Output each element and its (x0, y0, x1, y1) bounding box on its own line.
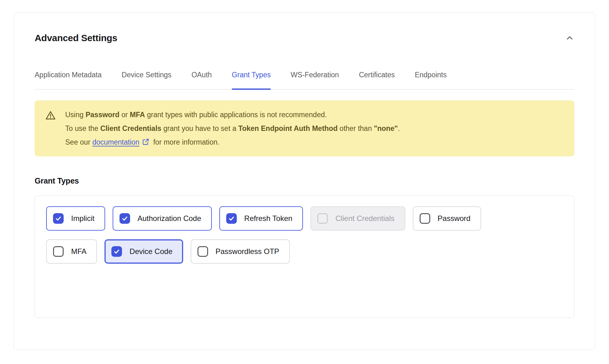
tab-certificates[interactable]: Certificates (359, 71, 395, 89)
checkbox-checked[interactable] (119, 213, 130, 224)
documentation-link[interactable]: documentation (92, 138, 139, 146)
check-icon (228, 215, 235, 222)
grant-type-label: Refresh Token (244, 214, 292, 223)
tab-device-settings[interactable]: Device Settings (122, 71, 172, 89)
warning-text-bold: "none" (374, 124, 398, 132)
grant-type-password[interactable]: Password (413, 206, 481, 231)
checkbox-unchecked[interactable] (420, 213, 430, 224)
warning-line: Using Password or MFA grant types with p… (65, 108, 400, 122)
warning-banner: Using Password or MFA grant types with p… (35, 100, 574, 156)
tab-ws-federation[interactable]: WS-Federation (291, 71, 339, 89)
advanced-settings-panel: Advanced Settings Application MetadataDe… (14, 12, 595, 350)
warning-line: See our documentation for more informati… (65, 135, 400, 149)
chevron-up-icon (565, 34, 574, 42)
grant-type-label: Password (438, 214, 470, 223)
warning-text-segment: See our (65, 138, 92, 146)
check-icon (55, 215, 62, 222)
collapse-button[interactable] (565, 33, 574, 43)
checkbox-checked[interactable] (111, 246, 122, 257)
warning-text-segment: grant types with public applications is … (145, 111, 327, 119)
warning-line: To use the Client Credentials grant you … (65, 122, 400, 135)
checkbox-checked[interactable] (226, 213, 237, 224)
grant-types-heading: Grant Types (35, 176, 574, 185)
grant-type-label: Passwordless OTP (216, 247, 279, 256)
grant-types-row: ImplicitAuthorization CodeRefresh TokenC… (46, 206, 563, 231)
warning-text-segment: for more information. (151, 138, 220, 146)
grant-type-label: Client Credentials (335, 214, 394, 223)
tab-endpoints[interactable]: Endpoints (415, 71, 446, 89)
grant-type-passwordless-otp[interactable]: Passwordless OTP (191, 239, 290, 264)
warning-text-segment: . (398, 124, 400, 132)
tab-grant-types[interactable]: Grant Types (232, 71, 271, 89)
tab-application-metadata[interactable]: Application Metadata (35, 71, 102, 89)
external-link-icon[interactable] (142, 138, 149, 146)
warning-text-bold: Password (85, 111, 119, 119)
warning-icon (45, 110, 56, 149)
warning-text: Using Password or MFA grant types with p… (65, 108, 400, 149)
check-icon (113, 248, 120, 255)
check-icon (121, 215, 128, 222)
grant-types-row: MFADevice CodePasswordless OTP (46, 239, 563, 264)
grant-type-implicit[interactable]: Implicit (46, 206, 105, 231)
grant-type-client-credentials: Client Credentials (310, 206, 405, 231)
tab-oauth[interactable]: OAuth (192, 71, 212, 89)
grant-type-label: Authorization Code (138, 214, 201, 223)
checkbox-unchecked[interactable] (197, 246, 208, 257)
checkbox-unchecked[interactable] (53, 246, 64, 257)
warning-text-segment: To use the (65, 124, 100, 132)
checkbox-unchecked (317, 213, 328, 224)
grant-type-label: Device Code (129, 247, 172, 256)
warning-text-segment: other than (338, 124, 374, 132)
warning-text-bold: Client Credentials (100, 124, 162, 132)
grant-types-group: ImplicitAuthorization CodeRefresh TokenC… (35, 195, 574, 318)
grant-type-refresh-token[interactable]: Refresh Token (219, 206, 303, 231)
warning-text-bold: Token Endpoint Auth Method (238, 124, 338, 132)
grant-type-mfa[interactable]: MFA (46, 239, 97, 264)
grant-type-label: MFA (71, 247, 86, 256)
grant-type-authorization-code[interactable]: Authorization Code (113, 206, 212, 231)
page-title: Advanced Settings (35, 33, 117, 43)
panel-header: Advanced Settings (35, 33, 574, 43)
grant-type-device-code[interactable]: Device Code (105, 239, 183, 264)
warning-text-segment: or (119, 111, 130, 119)
warning-text-segment: Using (65, 111, 85, 119)
grant-type-label: Implicit (71, 214, 95, 223)
tabs: Application MetadataDevice SettingsOAuth… (35, 71, 574, 90)
warning-text-segment: grant you have to set a (161, 124, 238, 132)
warning-text-bold: MFA (130, 111, 145, 119)
checkbox-checked[interactable] (53, 213, 64, 224)
